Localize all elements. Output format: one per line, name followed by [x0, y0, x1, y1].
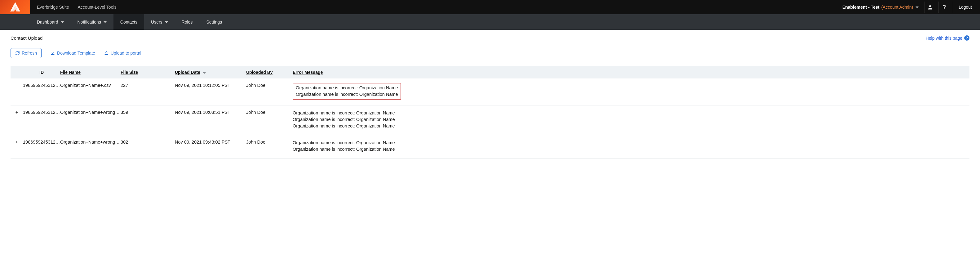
cell-size: 227: [121, 83, 175, 100]
cell-by: John Doe: [246, 110, 293, 129]
refresh-button[interactable]: Refresh: [11, 48, 41, 58]
cell-date: Nov 09, 2021 09:43:02 PST: [175, 140, 246, 153]
nav-dashboard-label: Dashboard: [37, 19, 58, 24]
nav-notifications[interactable]: Notifications: [71, 14, 113, 30]
cell-date: Nov 09, 2021 10:12:05 PST: [175, 83, 246, 100]
page-title: Contact Upload: [11, 35, 43, 41]
svg-rect-2: [105, 54, 108, 55]
svg-point-0: [929, 5, 931, 7]
tools-link[interactable]: Account-Level Tools: [78, 5, 116, 10]
account-switcher[interactable]: Enablement - Test (Account Admin): [842, 5, 921, 10]
table-row: 19869592453125...Organization+Name+.csv2…: [11, 78, 969, 105]
user-profile-button[interactable]: [924, 2, 935, 13]
nav-dashboard[interactable]: Dashboard: [30, 14, 71, 30]
chevron-down-icon: [165, 21, 168, 23]
logout-link[interactable]: Logout: [953, 2, 976, 13]
cell-size: 302: [121, 140, 175, 153]
nav-users-label: Users: [151, 19, 162, 24]
col-date-label[interactable]: Upload Date: [175, 70, 200, 75]
cell-id: 19869592453125...: [23, 140, 60, 153]
error-line: Organization name is incorrect: Organiza…: [293, 140, 959, 146]
help-link-label: Help with this page: [926, 36, 963, 41]
chevron-down-icon: [103, 21, 107, 23]
error-line: Organization name is incorrect: Organiza…: [293, 123, 959, 129]
error-highlight-box: Organization name is incorrect: Organiza…: [293, 83, 401, 100]
main-nav: Dashboard Notifications Contacts Users R…: [0, 14, 980, 30]
error-lines: Organization name is incorrect: Organiza…: [293, 110, 959, 129]
expand-cell[interactable]: +: [14, 110, 23, 129]
account-role: (Account Admin): [881, 5, 913, 10]
cell-by: John Doe: [246, 83, 293, 100]
help-button[interactable]: ?: [939, 2, 950, 13]
uploads-table: ID File Name File Size Upload Date Uploa…: [11, 66, 969, 158]
download-label: Download Template: [57, 51, 95, 56]
chevron-down-icon: [915, 6, 919, 8]
col-date[interactable]: Upload Date: [175, 70, 246, 75]
table-row: +19869592453125...Organization+Name+wron…: [11, 105, 969, 135]
nav-contacts[interactable]: Contacts: [113, 14, 144, 30]
upload-label: Upload to portal: [111, 51, 142, 56]
error-line: Organization name is incorrect: Organiza…: [296, 84, 398, 91]
table-header: ID File Name File Size Upload Date Uploa…: [11, 66, 969, 78]
everbridge-logo-icon: [9, 2, 21, 13]
cell-by: John Doe: [246, 140, 293, 153]
brand-logo[interactable]: [0, 0, 30, 14]
account-name: Enablement - Test: [842, 5, 880, 10]
help-circle-icon: ?: [964, 35, 969, 41]
refresh-label: Refresh: [22, 51, 37, 56]
col-by[interactable]: Uploaded By: [246, 70, 293, 75]
expand-row-button[interactable]: +: [14, 140, 19, 145]
col-file[interactable]: File Name: [60, 70, 121, 75]
col-err[interactable]: Error Message: [293, 70, 966, 75]
chevron-down-icon: [61, 21, 64, 23]
question-icon: ?: [942, 4, 946, 11]
error-line: Organization name is incorrect: Organiza…: [296, 91, 398, 98]
upload-portal-link[interactable]: Upload to portal: [104, 51, 142, 56]
col-by-label[interactable]: Uploaded By: [246, 70, 273, 75]
col-file-label[interactable]: File Name: [60, 70, 81, 75]
cell-size: 359: [121, 110, 175, 129]
page-header: Contact Upload Help with this page ?: [11, 35, 969, 41]
cell-file: Organization+Name+wrong.c...: [60, 110, 121, 129]
cell-id: 19869592453125...: [23, 83, 60, 100]
topbar-left: Everbridge Suite Account-Level Tools: [30, 0, 838, 14]
sort-desc-icon: [203, 72, 206, 74]
download-template-link[interactable]: Download Template: [50, 51, 95, 56]
nav-roles[interactable]: Roles: [175, 14, 200, 30]
error-line: Organization name is incorrect: Organiza…: [293, 116, 959, 123]
error-line: Organization name is incorrect: Organiza…: [293, 110, 959, 116]
nav-roles-label: Roles: [182, 19, 193, 24]
nav-notifications-label: Notifications: [78, 19, 101, 24]
col-size-label[interactable]: File Size: [121, 70, 138, 75]
page-body: Contact Upload Help with this page ? Ref…: [0, 30, 980, 168]
error-line: Organization name is incorrect: Organiza…: [293, 146, 959, 153]
cell-date: Nov 09, 2021 10:03:51 PST: [175, 110, 246, 129]
col-id-label: ID: [39, 70, 44, 75]
refresh-icon: [15, 51, 20, 56]
help-link[interactable]: Help with this page ?: [926, 35, 969, 41]
table-row: +19869592453125...Organization+Name+wron…: [11, 135, 969, 158]
nav-settings-label: Settings: [206, 19, 222, 24]
suite-link[interactable]: Everbridge Suite: [37, 5, 69, 10]
expand-row-button[interactable]: +: [14, 110, 19, 115]
upload-icon: [104, 51, 109, 56]
col-size[interactable]: File Size: [121, 70, 175, 75]
cell-error: Organization name is incorrect: Organiza…: [293, 140, 966, 153]
cell-error: Organization name is incorrect: Organiza…: [293, 110, 966, 129]
action-bar: Refresh Download Template Upload to port…: [11, 48, 969, 58]
col-id: ID: [23, 70, 60, 75]
nav-settings[interactable]: Settings: [199, 14, 229, 30]
download-icon: [50, 51, 55, 56]
col-err-label[interactable]: Error Message: [293, 70, 323, 75]
svg-rect-1: [51, 54, 54, 55]
error-lines: Organization name is incorrect: Organiza…: [293, 140, 959, 153]
col-expand: [14, 70, 23, 75]
topbar-right: Enablement - Test (Account Admin) ? Logo…: [838, 0, 980, 14]
cell-error: Organization name is incorrect: Organiza…: [293, 83, 966, 100]
cell-file: Organization+Name+wrong.c...: [60, 140, 121, 153]
topbar: Everbridge Suite Account-Level Tools Ena…: [0, 0, 980, 14]
expand-cell[interactable]: +: [14, 140, 23, 153]
nav-contacts-label: Contacts: [120, 19, 137, 24]
nav-users[interactable]: Users: [144, 14, 175, 30]
user-icon: [927, 4, 933, 10]
